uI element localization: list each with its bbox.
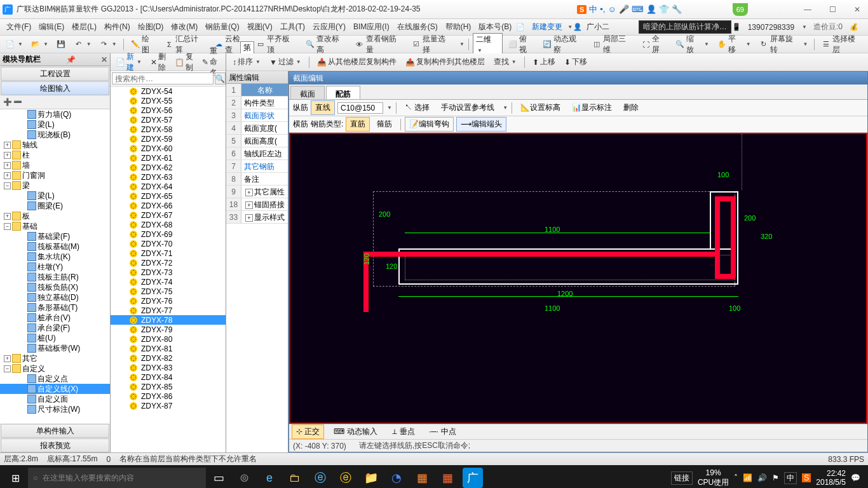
select-floor-button[interactable]: ☰选择楼层	[818, 32, 865, 57]
task-ggj-icon[interactable]: 广	[463, 468, 483, 488]
open-button[interactable]: 📂▼	[28, 38, 51, 51]
ime-shirt-icon[interactable]: 👕	[659, 4, 669, 14]
check-elev-button[interactable]: 🔍查改标高	[302, 32, 349, 57]
nav-section-settings[interactable]: 工程设置	[1, 67, 109, 81]
list-item[interactable]: ZDYX-72	[111, 258, 226, 268]
tree-item[interactable]: 圈梁(E)	[0, 201, 110, 211]
task-ie2-icon[interactable]: ⓔ	[333, 465, 358, 488]
list-item[interactable]: ZDYX-58	[111, 125, 226, 134]
copy-from-floor-button[interactable]: 📥从其他楼层复制构件	[315, 55, 399, 69]
tree-item[interactable]: 梁(L)	[0, 191, 110, 201]
copy-to-floor-button[interactable]: 📤复制构件到其他楼层	[403, 55, 487, 69]
tree-item[interactable]: 自定义点	[0, 374, 110, 384]
search-button[interactable]: 🔍	[215, 72, 226, 85]
tab-rebar[interactable]: 配筋	[326, 86, 360, 99]
task-app3-icon[interactable]: ▦	[409, 465, 435, 488]
tree-item[interactable]: 筏板基础(M)	[0, 241, 110, 252]
list-item[interactable]: ZDYX-68	[111, 220, 226, 229]
nav-section-draw[interactable]: 绘图输入	[1, 81, 109, 95]
section-canvas[interactable]: 1100 200 120 120 1200 1100 100 200 320 1…	[289, 133, 867, 424]
orbit-button[interactable]: 🔄动态观察	[539, 32, 587, 57]
delete-button[interactable]: 删除	[619, 100, 643, 115]
list-item[interactable]: ZDYX-84	[111, 372, 226, 382]
list-item[interactable]: ZDYX-57	[111, 115, 226, 125]
tree-item[interactable]: 筏板主筋(R)	[0, 272, 110, 282]
list-item[interactable]: ZDYX-79	[111, 325, 226, 334]
tray-up-icon[interactable]: ˄	[734, 473, 738, 482]
tree-item[interactable]: +其它	[0, 353, 110, 363]
tree-item[interactable]: 桩承台(V)	[0, 313, 110, 323]
align-slab-button[interactable]: ▭平齐板顶	[253, 32, 300, 57]
manual-ref-button[interactable]: 手动设置参考线	[437, 100, 499, 115]
tree-item[interactable]: 集水坑(K)	[0, 252, 110, 262]
property-row[interactable]: 33+显示样式	[226, 211, 288, 224]
chevron-down-icon[interactable]: ▼	[802, 24, 807, 30]
tree-item[interactable]: 条形基础(T)	[0, 302, 110, 313]
property-row[interactable]: 18+锚固搭接	[226, 198, 288, 211]
item-scroll[interactable]: ZDYX-54ZDYX-55ZDYX-56ZDYX-57ZDYX-58ZDYX-…	[111, 86, 226, 452]
property-row[interactable]: 4截面宽度(	[226, 122, 288, 135]
tray-net-icon[interactable]: 📶	[743, 473, 752, 482]
property-row[interactable]: 8备注	[226, 173, 288, 186]
list-item[interactable]: ZDYX-54	[111, 86, 226, 96]
zoom-button[interactable]: 🔍缩放▼	[672, 32, 712, 57]
line-button[interactable]: 直线	[311, 100, 335, 115]
search-input[interactable]	[112, 72, 214, 85]
tree-item[interactable]: +板	[0, 211, 110, 221]
sort-button[interactable]: ↕排序▼	[230, 55, 263, 69]
ime-kbd-icon[interactable]: ⌨	[632, 4, 644, 14]
perp-button[interactable]: ⊥ 垂点	[387, 424, 419, 439]
tree-item[interactable]: −梁	[0, 180, 110, 191]
item-new-button[interactable]: 📄新建▼	[113, 50, 144, 74]
ime-mic-icon[interactable]: 🎤	[619, 4, 629, 14]
nav-add-icon[interactable]: ➕	[3, 97, 13, 107]
edit-end-button[interactable]: ⟶编辑端头	[456, 117, 506, 132]
list-item[interactable]: ZDYX-76	[111, 296, 226, 306]
dyn-input-button[interactable]: ⌨ 动态输入	[329, 424, 381, 439]
close-button[interactable]: ✕	[849, 4, 865, 15]
list-item[interactable]: ZDYX-73	[111, 268, 226, 277]
list-item[interactable]: ZDYX-67	[111, 210, 226, 220]
tree-item[interactable]: 现浇板(B)	[0, 130, 110, 140]
ime-cn[interactable]: 中	[589, 4, 597, 15]
nav-section-report[interactable]: 报表预览	[1, 438, 109, 452]
tab-section[interactable]: 截面	[290, 86, 325, 99]
mid-button[interactable]: ·─· 中点	[424, 424, 461, 439]
pan-button[interactable]: ✋平移▼	[714, 32, 754, 57]
list-item[interactable]: ZDYX-78	[111, 315, 226, 325]
green-badge[interactable]: 69	[733, 3, 748, 16]
phone-number[interactable]: 13907298339	[748, 23, 794, 32]
chevron-down-icon[interactable]: ▼	[387, 105, 392, 111]
tree-item[interactable]: 桩(U)	[0, 333, 110, 343]
list-item[interactable]: ZDYX-87	[111, 401, 226, 410]
list-item[interactable]: ZDYX-55	[111, 96, 226, 105]
tray-ime[interactable]: 中	[784, 472, 797, 484]
tree-item[interactable]: 基础板带(W)	[0, 343, 110, 353]
view-rebar-button[interactable]: 👁查看钢筋量	[352, 32, 407, 57]
list-item[interactable]: ZDYX-62	[111, 163, 226, 172]
redo-button[interactable]: ↷▼	[97, 38, 119, 51]
tree-item[interactable]: 柱墩(Y)	[0, 262, 110, 272]
rebar-spec-input[interactable]	[337, 102, 383, 114]
tray-notif-icon[interactable]: 💬	[851, 473, 860, 482]
tree-item[interactable]: 自定义线(X)	[0, 384, 110, 394]
edit-hook-button[interactable]: 📝编辑弯钩	[405, 117, 454, 132]
property-row[interactable]: 3截面形状	[226, 109, 288, 122]
new-file-button[interactable]: 📄▼	[3, 38, 25, 51]
tree-item[interactable]: 筏板负筋(X)	[0, 282, 110, 292]
property-row[interactable]: 9+其它属性	[226, 186, 288, 198]
list-item[interactable]: ZDYX-80	[111, 334, 226, 344]
list-item[interactable]: ZDYX-75	[111, 287, 226, 296]
tree-item[interactable]: 承台梁(F)	[0, 323, 110, 333]
taskbar-search[interactable]: ○ 在这里输入你要搜索的内容	[28, 468, 206, 488]
task-app2-icon[interactable]: ◔	[384, 465, 409, 488]
maximize-button[interactable]: ☐	[824, 4, 841, 15]
list-item[interactable]: ZDYX-83	[111, 363, 226, 372]
task-ie-icon[interactable]: ⓔ	[308, 465, 333, 488]
nav-section-single[interactable]: 单构件输入	[1, 424, 109, 438]
straight-button[interactable]: 直筋	[346, 117, 370, 132]
filter-button[interactable]: ▼过滤▼	[267, 55, 304, 69]
tree-item[interactable]: 尺寸标注(W)	[0, 404, 110, 414]
chevron-down-icon[interactable]: ▼	[567, 24, 573, 30]
list-item[interactable]: ZDYX-82	[111, 353, 226, 363]
